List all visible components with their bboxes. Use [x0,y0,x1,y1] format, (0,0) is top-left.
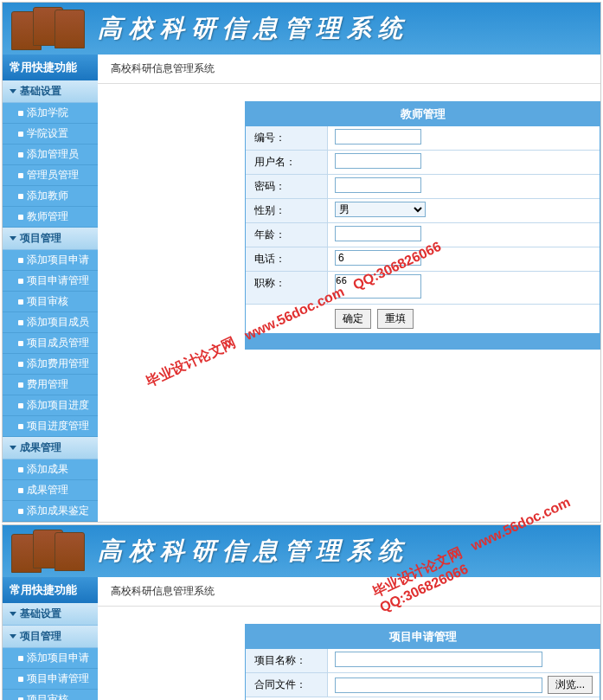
sidebar-title: 常用快捷功能 [3,577,98,603]
title-textarea[interactable]: 66 [335,274,421,299]
bullet-icon [18,424,23,429]
bullet-icon [18,677,23,682]
sidebar-item-label: 费用管理 [27,377,68,392]
sidebar: 常用快捷功能 基础设置添加学院学院设置添加管理员管理员管理添加教师教师管理项目管… [3,55,98,522]
bullet-icon [18,467,23,472]
bullet-icon [18,697,23,701]
gender-label: 性别： [246,199,328,222]
sidebar-item[interactable]: 添加成果 [3,459,98,480]
sidebar-item[interactable]: 学院设置 [3,124,98,144]
age-input[interactable] [335,226,421,241]
id-input[interactable] [335,129,421,144]
sidebar-item[interactable]: 添加教师 [3,186,98,207]
id-label: 编号： [246,126,328,150]
sideb-l: 成果管理 [20,440,61,455]
sidebar-item[interactable]: 添加成果鉴定 [3,501,98,522]
sidebar-item[interactable]: 项目进度管理 [3,416,98,437]
sidebar-section[interactable]: 基础设置 [3,80,98,103]
sideb-l: 项目管理 [20,231,61,246]
sidebar-item[interactable]: 成果管理 [3,480,98,501]
sidebar-item[interactable]: 添加项目成员 [3,312,98,333]
blue-bar [246,333,600,349]
sidebar-item-label: 项目进度管理 [27,419,89,433]
bullet-icon [18,152,23,157]
sidebar-item-label: 管理员管理 [27,168,79,183]
sidebar-item[interactable]: 教师管理 [3,207,98,228]
sidebar-item[interactable]: 添加项目申请 [3,250,98,271]
sidebar-item[interactable]: 添加项目进度 [3,395,98,416]
sidebar-item[interactable]: 项目成员管理 [3,333,98,354]
sidebar-item[interactable]: 项目审核 [3,690,98,700]
sidebar-item-label: 添加管理员 [27,147,79,162]
username-input[interactable] [335,153,421,169]
bullet-icon [18,382,23,388]
header: 高校科研信息管理系统 [3,525,600,577]
bullet-icon [18,509,23,514]
reset-button[interactable]: 重填 [377,309,414,329]
contract-file-label: 合同文件： [246,673,328,697]
bullet-icon [18,320,23,325]
sidebar-item-label: 添加项目进度 [27,398,89,413]
sidebar-item-label: 项目审核 [27,294,68,309]
sidebar-item-label: 添加费用管理 [27,356,89,371]
sidebar-item-label: 项目审核 [27,692,68,700]
sidebar-section[interactable]: 基础设置 [3,603,98,626]
bullet-icon [18,132,23,137]
sidebar-item[interactable]: 管理员管理 [3,165,98,186]
browse-button[interactable]: 浏览... [548,676,593,694]
sidebar-item-label: 学院设置 [27,126,68,141]
password-input[interactable] [335,177,421,193]
chevron-down-icon [10,89,16,93]
bullet-icon [18,403,23,408]
project-name-label: 项目名称： [246,649,328,672]
app-title: 高校科研信息管理系统 [98,535,409,568]
phone-input[interactable] [335,250,421,266]
sidebar-item[interactable]: 项目申请管理 [3,669,98,690]
contract-file-input[interactable] [335,678,542,693]
bullet-icon [18,279,23,284]
project-name-input[interactable] [335,652,542,667]
breadcrumb: 高校科研信息管理系统 [98,55,600,84]
sidebar-item-label: 项目申请管理 [27,273,89,288]
sidebar-title: 常用快捷功能 [3,55,98,80]
sidebar-item[interactable]: 添加管理员 [3,144,98,165]
sidebar-section[interactable]: 项目管理 [3,228,98,250]
bullet-icon [18,194,23,199]
chevron-down-icon [10,236,16,241]
sidebar-item[interactable]: 添加费用管理 [3,354,98,375]
content-area: 高校科研信息管理系统 教师管理 编号： 用户名： 密码： 性别： 男 [98,55,600,522]
bullet-icon [18,341,23,346]
sidebar-item-label: 添加教师 [27,189,68,203]
bullet-icon [18,215,23,220]
bullet-icon [18,362,23,367]
sidebar-section[interactable]: 项目管理 [3,626,98,648]
bullet-icon [18,299,23,305]
books-icon [11,7,80,50]
sidebar-item[interactable]: 项目申请管理 [3,271,98,292]
sidebar-item-label: 添加成果鉴定 [27,504,89,518]
project-form-panel: 项目申请管理 项目名称： 合同文件： 浏览... 确定 重填 [245,624,600,700]
password-label: 密码： [246,175,328,198]
teacher-form-panel: 教师管理 编号： 用户名： 密码： 性别： 男 年龄 [245,101,600,350]
sidebar-item[interactable]: 费用管理 [3,375,98,395]
sidebar-item-label: 项目申请管理 [27,671,89,686]
sidebar-item-label: 添加项目成员 [27,315,89,330]
sidebar-item[interactable]: 添加项目申请 [3,648,98,669]
sidebar-item[interactable]: 添加学院 [3,103,98,124]
bullet-icon [18,258,23,263]
sidebar-item-label: 添加项目申请 [27,253,89,267]
sidebar-item-label: 教师管理 [27,209,68,224]
submit-button[interactable]: 确定 [335,309,371,329]
gender-select[interactable]: 男 [335,202,426,217]
sidebar-section[interactable]: 成果管理 [3,437,98,459]
chevron-down-icon [10,634,16,639]
books-icon [11,530,80,573]
bullet-icon [18,656,23,661]
chevron-down-icon [10,612,16,616]
breadcrumb: 高校科研信息管理系统 [98,577,600,607]
sidebar-item-label: 项目成员管理 [27,336,89,350]
sidebar-item-label: 添加学院 [27,106,68,120]
app-title: 高校科研信息管理系统 [98,12,409,45]
sidebar-item[interactable]: 项目审核 [3,292,98,312]
phone-label: 电话： [246,247,328,271]
